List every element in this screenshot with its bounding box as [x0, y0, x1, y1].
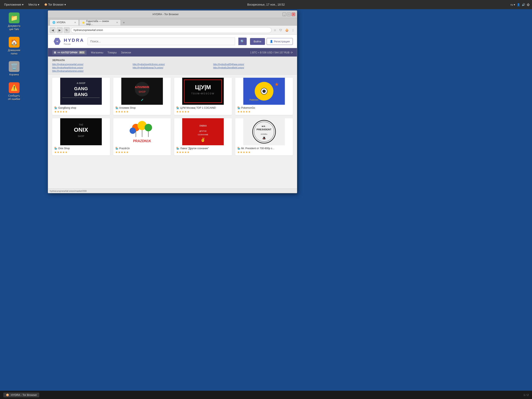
shop-card-prazdnik[interactable]: PRAZDN1K 🏪 Prazdn1k ★★★★★: [113, 118, 171, 155]
svg-text:GANG: GANG: [74, 86, 88, 91]
refresh-icon[interactable]: ⟳: [291, 51, 293, 54]
svg-text:PRAZDN1K: PRAZDN1K: [133, 139, 151, 143]
shop-card-alchemist[interactable]: АЛХИМИК SHOP 🧪 🏪 Алхимик Shop: [113, 78, 171, 115]
minimize-button[interactable]: _: [282, 13, 286, 16]
svg-text:СОЗНАНИЕ: СОЗНАНИЕ: [198, 134, 208, 136]
user-icon: 👤: [517, 3, 520, 6]
url-input[interactable]: [71, 27, 272, 33]
pokemon-name: 🏪 PokemonGo: [237, 106, 291, 109]
mirror-link-1[interactable]: http://hydraruzxpnew4af.onion/: [52, 63, 132, 65]
address-bar: ◀ ▶ ↻ ☆ 🛡 🧅 ⋮: [48, 25, 297, 35]
nav-goods[interactable]: Товары: [108, 51, 117, 54]
categories-button[interactable]: ⊞ ≡≡ КАТЕГОРИИ ВСЕ: [52, 50, 87, 55]
docs-label: Документа ция Tails: [6, 25, 22, 31]
svg-text:≋: ≋: [56, 40, 58, 43]
president-stars: ★★★★★: [237, 151, 291, 154]
svg-point-29: [145, 124, 152, 131]
forward-button[interactable]: ▶: [57, 27, 63, 33]
lavka-stars: ★★★★★: [176, 151, 230, 154]
shop-card-pokemon[interactable]: ★ Pokémon 🏪 PokemonGo ★★★★★: [235, 78, 293, 115]
trash-label: Корзина: [9, 73, 19, 76]
hydra-logo-text: HYDRA: [64, 38, 84, 43]
mirror-link-7[interactable]: http://hydramarketsnimd.onion/: [52, 70, 132, 72]
shop-card-lavka[interactable]: ЛАВКА ДРУГОЕ СОЗНАНИЕ ✌ 🏪 Лавка "Другое …: [174, 118, 232, 155]
svg-text:MR.: MR.: [262, 125, 266, 127]
lavka-image: ЛАВКА ДРУГОЕ СОЗНАНИЕ ✌: [174, 118, 232, 145]
volume-icon[interactable]: 🔊: [522, 3, 525, 6]
president-name: 🏪 Mr. President от 700-800р з…: [237, 147, 291, 150]
tab-hydra[interactable]: 🌐 HYDRA ✕: [50, 19, 79, 25]
applications-menu[interactable]: Приложения ▾: [2, 2, 25, 7]
svg-text:АЛХИМИК: АЛХИМИК: [135, 85, 149, 89]
hydra-header: ≋ HYDRA Россия 🔍 Войти 👤 Регистраци: [48, 35, 297, 48]
mirror-link-6[interactable]: http://hydra6c2bnrd6phf.onion/: [213, 66, 293, 69]
svg-text:SHOP: SHOP: [138, 90, 146, 93]
shop-card-gangbang[interactable]: A·SHOP GANG BANG 🏪 GangBang shop: [52, 78, 110, 115]
taskbar-item-label: HYDRA - Tor Browser: [11, 393, 37, 397]
more-icon[interactable]: ⋮: [291, 28, 295, 33]
shop-row-1: A·SHOP GANG BANG 🏪 GangBang shop: [52, 78, 293, 115]
tab-label-2: Годнотаба — онион мар…: [86, 20, 115, 25]
language-indicator[interactable]: ru ▾: [511, 3, 515, 6]
reload-button[interactable]: ↻: [64, 27, 70, 33]
maximize-button[interactable]: □: [287, 13, 291, 16]
shop-row-2: THE ONIX SHOP 🏪 Onix Shop ★★★★: [52, 118, 293, 155]
lavka-name: 🏪 Лавка "Другое сознание": [176, 147, 230, 150]
shop-card-tsum[interactable]: Ц|У|М TSUM•MOSCOW 🏪 ЦУМ Москва| ТОР 1 CO…: [174, 78, 232, 115]
mirrors-section: ЗЕРКАЛА http://hydraruzxpnew4af.onion/ h…: [48, 57, 297, 74]
hydra-search-input[interactable]: [88, 38, 235, 45]
mirror-link-4[interactable]: http://hydra4jpwhfx4mst.onion/: [52, 66, 132, 69]
tor-onion-icon[interactable]: 🧅: [284, 28, 290, 33]
tab-close[interactable]: ✕: [74, 21, 76, 24]
shop-card-onix[interactable]: THE ONIX SHOP 🏪 Onix Shop ★★★★: [52, 118, 110, 155]
svg-text:ДРУГОЕ: ДРУГОЕ: [199, 130, 207, 132]
hydra-site[interactable]: ≋ HYDRA Россия 🔍 Войти 👤 Регистраци: [48, 35, 297, 189]
hydra-search-button[interactable]: 🔍: [238, 38, 247, 45]
taskbar-browser-item[interactable]: 🧅 HYDRA - Tor Browser: [3, 393, 39, 397]
desktop-icon-bugreport[interactable]: ⚠️ Сообщитьоб ошибке: [6, 82, 22, 101]
status-url: hydraruzxpnew4af.onion/market/300: [50, 190, 87, 192]
trash-icon: 🗑️: [9, 61, 19, 72]
alchemist-stars: ★★★★★: [115, 110, 169, 113]
tab-close-2[interactable]: ✕: [116, 21, 118, 24]
browser-window: HYDRA - Tor Browser _ □ ✕ 🌐 HYDRA ✕ ⭐ Го…: [48, 10, 297, 193]
places-menu[interactable]: Места ▾: [27, 2, 41, 7]
onix-image: THE ONIX SHOP: [52, 118, 110, 145]
desktop-icon-home[interactable]: 🏠 Домашняяпапка: [6, 37, 22, 55]
mirror-link-5[interactable]: http://hydra5etioavaz7p.onion/: [133, 66, 212, 69]
nav-notes[interactable]: Записки: [121, 51, 131, 54]
gangbang-info: 🏪 GangBang shop ★★★★★: [52, 105, 110, 115]
home-icon: 🏠: [9, 37, 19, 48]
system-clock: Воскресенье, 17 ноя., 18:52: [247, 3, 285, 6]
power-icon[interactable]: ⏻: [527, 3, 530, 6]
tor-browser-menu[interactable]: 🧅 Tor Browser ▾: [43, 2, 68, 7]
svg-text:TSUM•MOSCOW: TSUM•MOSCOW: [191, 93, 215, 95]
shop-card-president[interactable]: MR. PRESIDENT HYDRA 🎩 🏪 Mr. President от…: [235, 118, 293, 155]
shop-grid: A·SHOP GANG BANG 🏪 GangBang shop: [48, 74, 297, 162]
mirror-link-2[interactable]: http://hydra2exghh3rnmc.onion/: [133, 63, 212, 65]
mirror-link-3[interactable]: http://hydra3rudf3j4hww.onion/: [213, 63, 293, 65]
desktop-icon-trash[interactable]: 🗑️ Корзина: [6, 61, 22, 76]
svg-text:★: ★: [274, 82, 279, 87]
back-button[interactable]: ◀: [50, 27, 56, 33]
nav-shops[interactable]: Магазины: [91, 51, 103, 54]
pokemon-stars: ★★★★★: [237, 110, 291, 113]
lavka-info: 🏪 Лавка "Другое сознание" ★★★★★: [174, 145, 232, 155]
tab-godnota[interactable]: ⭐ Годнотаба — онион мар… ✕: [79, 19, 121, 25]
svg-text:SHOP: SHOP: [78, 135, 84, 137]
svg-text:HYDRA: HYDRA: [261, 133, 267, 135]
new-tab-button[interactable]: +: [121, 20, 127, 25]
tab-bar: 🌐 HYDRA ✕ ⭐ Годнотаба — онион мар… ✕ +: [48, 18, 297, 25]
page-indicator: 1 / 2: [524, 393, 529, 397]
svg-text:🧪: 🧪: [141, 99, 143, 101]
bookmark-icon[interactable]: ☆: [273, 28, 277, 33]
close-button[interactable]: ✕: [291, 13, 295, 16]
tor-shield-icon[interactable]: 🛡: [279, 28, 283, 33]
bugreport-label: Сообщитьоб ошибке: [8, 94, 20, 101]
pokemon-image: ★ Pokémon: [235, 78, 293, 105]
hydra-nav: ⊞ ≡≡ КАТЕГОРИИ ВСЕ Магазины Товары Запис…: [48, 48, 297, 57]
svg-text:✌: ✌: [200, 137, 206, 142]
desktop-icon-docs[interactable]: 📁 Документа ция Tails: [6, 13, 22, 31]
login-button[interactable]: Войти: [250, 38, 265, 45]
register-button[interactable]: 👤 Регистрация: [267, 38, 293, 45]
